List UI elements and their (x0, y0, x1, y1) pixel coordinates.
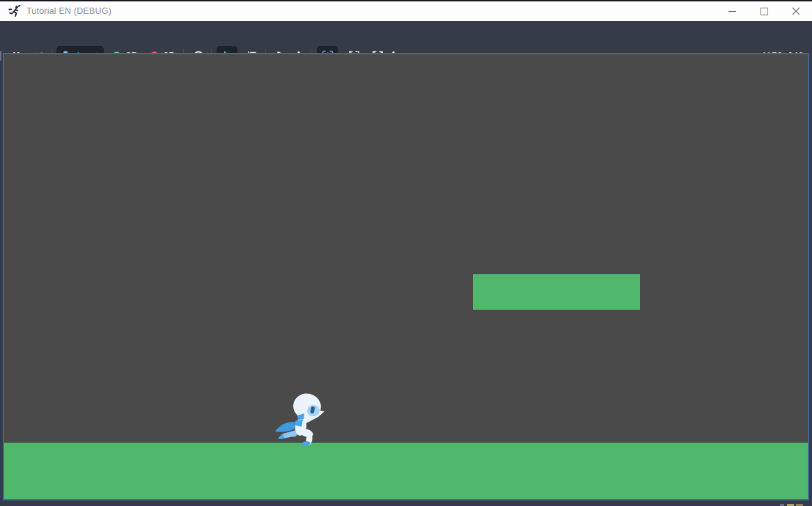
editor-bottom-strip (0, 500, 812, 506)
close-button[interactable] (780, 1, 812, 21)
floating-platform (473, 274, 640, 310)
clipped-toolbar-item (0, 51, 1, 61)
game-toolbar: Input 2D 3D (0, 21, 812, 53)
ground-platform (4, 443, 808, 499)
runner-icon (8, 5, 21, 17)
maximize-icon (760, 7, 769, 16)
player-character (274, 390, 325, 446)
game-viewport[interactable] (3, 53, 809, 500)
window-title: Tutorial EN (DEBUG) (26, 6, 111, 16)
maximize-button[interactable] (748, 1, 780, 21)
window-controls (716, 1, 812, 21)
minimize-button[interactable] (716, 1, 748, 21)
minimize-icon (728, 7, 737, 16)
close-icon (791, 6, 801, 16)
game-content (4, 54, 808, 499)
game-debug-window: Tutorial EN (DEBUG) (0, 0, 812, 506)
titlebar[interactable]: Tutorial EN (DEBUG) (0, 1, 812, 21)
